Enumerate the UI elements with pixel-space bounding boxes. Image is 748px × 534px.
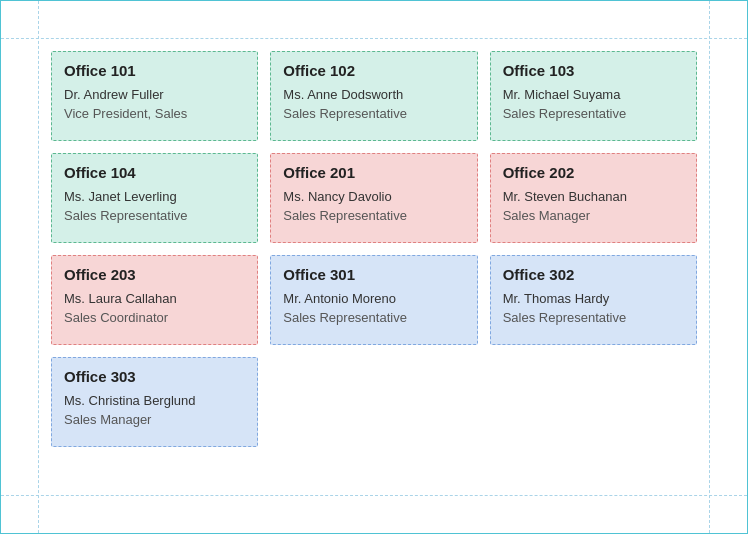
- office-104-number: Office 104: [64, 164, 245, 181]
- guide-h2: [1, 495, 747, 496]
- office-202-title: Sales Manager: [503, 208, 684, 223]
- office-104-person: Ms. Janet Leverling: [64, 189, 245, 204]
- office-303-person: Ms. Christina Berglund: [64, 393, 245, 408]
- office-103-person: Mr. Michael Suyama: [503, 87, 684, 102]
- office-301-number: Office 301: [283, 266, 464, 283]
- office-301[interactable]: Office 301Mr. Antonio MorenoSales Repres…: [270, 255, 477, 345]
- office-303-title: Sales Manager: [64, 412, 245, 427]
- office-203-number: Office 203: [64, 266, 245, 283]
- office-102-person: Ms. Anne Dodsworth: [283, 87, 464, 102]
- office-203[interactable]: Office 203Ms. Laura CallahanSales Coordi…: [51, 255, 258, 345]
- guide-v2: [709, 1, 710, 533]
- page-container: Office 101Dr. Andrew FullerVice Presiden…: [0, 0, 748, 534]
- office-101-number: Office 101: [64, 62, 245, 79]
- office-202[interactable]: Office 202Mr. Steven BuchananSales Manag…: [490, 153, 697, 243]
- office-101-title: Vice President, Sales: [64, 106, 245, 121]
- office-302-title: Sales Representative: [503, 310, 684, 325]
- office-103-title: Sales Representative: [503, 106, 684, 121]
- office-103-number: Office 103: [503, 62, 684, 79]
- office-203-person: Ms. Laura Callahan: [64, 291, 245, 306]
- office-102-title: Sales Representative: [283, 106, 464, 121]
- office-103[interactable]: Office 103Mr. Michael SuyamaSales Repres…: [490, 51, 697, 141]
- office-201-person: Ms. Nancy Davolio: [283, 189, 464, 204]
- office-104[interactable]: Office 104Ms. Janet LeverlingSales Repre…: [51, 153, 258, 243]
- office-102[interactable]: Office 102Ms. Anne DodsworthSales Repres…: [270, 51, 477, 141]
- office-302-number: Office 302: [503, 266, 684, 283]
- office-201-number: Office 201: [283, 164, 464, 181]
- office-101-person: Dr. Andrew Fuller: [64, 87, 245, 102]
- office-101[interactable]: Office 101Dr. Andrew FullerVice Presiden…: [51, 51, 258, 141]
- office-303-number: Office 303: [64, 368, 245, 385]
- office-301-person: Mr. Antonio Moreno: [283, 291, 464, 306]
- office-302-person: Mr. Thomas Hardy: [503, 291, 684, 306]
- office-104-title: Sales Representative: [64, 208, 245, 223]
- office-202-number: Office 202: [503, 164, 684, 181]
- office-301-title: Sales Representative: [283, 310, 464, 325]
- office-303[interactable]: Office 303Ms. Christina BerglundSales Ma…: [51, 357, 258, 447]
- office-102-number: Office 102: [283, 62, 464, 79]
- office-grid: Office 101Dr. Andrew FullerVice Presiden…: [39, 39, 709, 495]
- office-201-title: Sales Representative: [283, 208, 464, 223]
- office-202-person: Mr. Steven Buchanan: [503, 189, 684, 204]
- office-201[interactable]: Office 201Ms. Nancy DavolioSales Represe…: [270, 153, 477, 243]
- office-203-title: Sales Coordinator: [64, 310, 245, 325]
- office-302[interactable]: Office 302Mr. Thomas HardySales Represen…: [490, 255, 697, 345]
